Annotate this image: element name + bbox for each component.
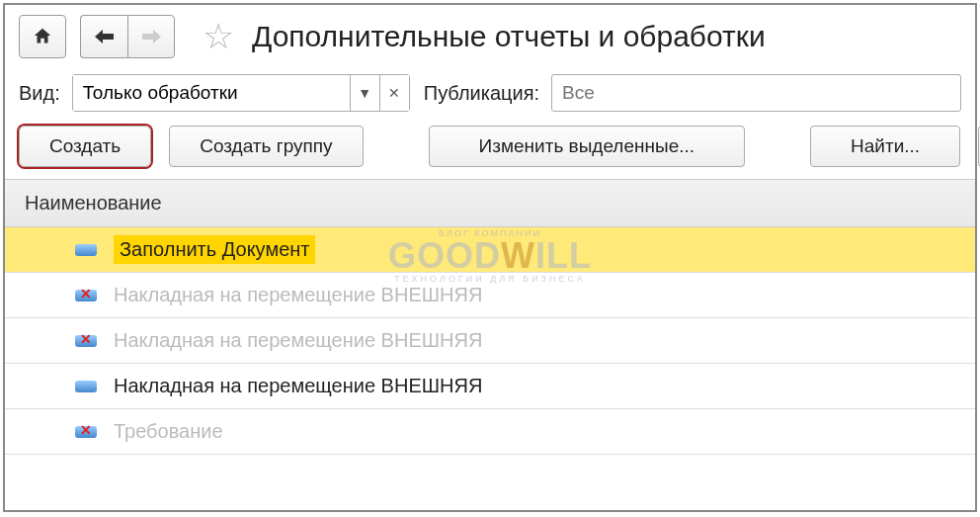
find-button[interactable]: Найти... <box>810 126 960 167</box>
kind-dropdown-button[interactable]: ▼ <box>350 75 379 111</box>
arrow-left-icon <box>93 28 117 45</box>
chevron-down-icon: ▼ <box>358 85 371 101</box>
list-item[interactable]: Накладная на перемещение ВНЕШНЯЯ <box>5 364 975 409</box>
list-item-label: Накладная на перемещение ВНЕШНЯЯ <box>114 329 482 352</box>
list-item-label: Требование <box>114 420 223 443</box>
processing-icon <box>74 379 98 394</box>
kind-clear-button[interactable]: ✕ <box>379 75 409 111</box>
processing-deleted-icon <box>74 333 98 349</box>
processing-deleted-icon <box>74 424 98 440</box>
create-group-button[interactable]: Создать группу <box>169 126 363 167</box>
list-item-label: Заполнить Документ <box>114 235 315 264</box>
list-item[interactable]: Требование <box>5 409 975 455</box>
kind-label: Вид: <box>19 82 60 105</box>
page-title: Дополнительные отчеты и обработки <box>252 20 766 53</box>
processing-deleted-icon <box>74 288 98 303</box>
list-header-name[interactable]: Наименование <box>5 179 975 227</box>
change-selected-button[interactable]: Изменить выделенные... <box>429 126 745 167</box>
favorite-star-icon[interactable]: ☆ <box>203 16 234 57</box>
home-icon <box>32 26 53 47</box>
list-item[interactable]: Накладная на перемещение ВНЕШНЯЯ <box>5 273 975 318</box>
publication-input[interactable] <box>551 74 961 112</box>
arrow-right-icon <box>139 28 163 45</box>
back-button[interactable] <box>80 15 127 58</box>
list-item[interactable]: Накладная на перемещение ВНЕШНЯЯ <box>5 318 975 364</box>
create-button[interactable]: Создать <box>19 126 151 167</box>
forward-button[interactable] <box>127 15 175 58</box>
publication-label: Публикация: <box>424 82 539 105</box>
close-icon: ✕ <box>388 85 400 101</box>
processing-icon <box>74 242 98 258</box>
list-item-label: Накладная на перемещение ВНЕШНЯЯ <box>114 284 482 306</box>
kind-combo[interactable]: ▼ ✕ <box>72 74 410 112</box>
list: Заполнить ДокументНакладная на перемещен… <box>5 227 975 455</box>
list-item-label: Накладная на перемещение ВНЕШНЯЯ <box>114 375 482 397</box>
kind-input[interactable] <box>73 75 350 111</box>
home-button[interactable] <box>19 15 66 58</box>
list-item[interactable]: Заполнить Документ <box>5 227 975 273</box>
